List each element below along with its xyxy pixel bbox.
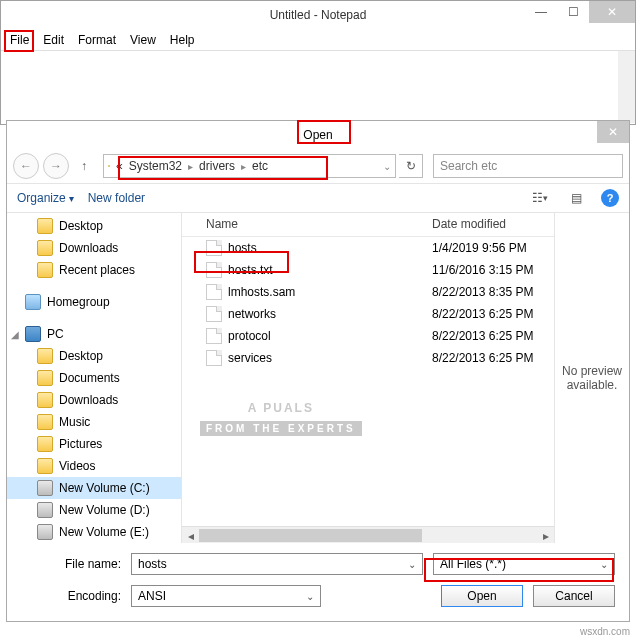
file-type-filter[interactable]: All Files (*.*) ⌄ (433, 553, 615, 575)
folder-icon (37, 370, 53, 386)
tree-label: New Volume (D:) (59, 503, 150, 517)
file-name: protocol (228, 329, 271, 343)
menu-edit[interactable]: Edit (36, 30, 71, 50)
file-icon (206, 240, 222, 256)
folder-icon (37, 262, 53, 278)
tree-label: Downloads (59, 393, 118, 407)
horizontal-scrollbar[interactable]: ◂ ▸ (182, 526, 554, 543)
folder-icon (37, 348, 53, 364)
tree-item-videos[interactable]: Videos (7, 455, 181, 477)
open-button[interactable]: Open (441, 585, 523, 607)
tree-label: Pictures (59, 437, 102, 451)
file-name: hosts (228, 241, 257, 255)
tree-item-downloads[interactable]: Downloads (7, 237, 181, 259)
organize-button[interactable]: Organize ▾ (17, 191, 74, 205)
forward-button[interactable]: → (43, 153, 69, 179)
chevron-down-icon[interactable]: ⌄ (306, 591, 314, 602)
col-name[interactable]: Name (182, 213, 422, 236)
file-name: services (228, 351, 272, 365)
tree-label: Desktop (59, 219, 103, 233)
file-date: 8/22/2013 6:25 PM (422, 307, 543, 321)
tree-item-desktop[interactable]: Desktop (7, 215, 181, 237)
tree-item-new-volume-c-[interactable]: New Volume (C:) (7, 477, 181, 499)
tree-item-music[interactable]: Music (7, 411, 181, 433)
file-name: hosts.txt (228, 263, 273, 277)
preview-pane: No preview available. (554, 213, 629, 543)
notepad-textarea[interactable] (1, 51, 635, 123)
scroll-left-icon[interactable]: ◂ (182, 527, 199, 544)
chevron-down-icon[interactable]: ⌄ (600, 559, 608, 570)
refresh-button[interactable]: ↻ (399, 154, 423, 178)
col-date[interactable]: Date modified (422, 213, 554, 236)
encoding-select[interactable]: ANSI ⌄ (131, 585, 321, 607)
chevron-down-icon[interactable]: ⌄ (408, 559, 416, 570)
tree-label: Homegroup (47, 295, 110, 309)
folder-icon (37, 218, 53, 234)
menu-file[interactable]: File (3, 30, 36, 50)
minimize-button[interactable]: — (525, 1, 557, 23)
nav-row: ← → ↑ « System32 ▸ drivers ▸ etc ⌄ ↻ Sea… (7, 149, 629, 183)
file-row-lmhosts-sam[interactable]: lmhosts.sam8/22/2013 8:35 PM (182, 281, 554, 303)
nav-tree[interactable]: DesktopDownloadsRecent placesHomegroup◢P… (7, 213, 182, 543)
file-rows: hosts1/4/2019 9:56 PMhosts.txt11/6/2016 … (182, 237, 554, 526)
encoding-value: ANSI (138, 589, 166, 603)
search-input[interactable]: Search etc (433, 154, 623, 178)
file-row-hosts[interactable]: hosts1/4/2019 9:56 PM (182, 237, 554, 259)
vertical-scrollbar[interactable] (618, 51, 635, 123)
up-button[interactable]: ↑ (73, 155, 95, 177)
preview-pane-button[interactable]: ▤ (565, 187, 587, 209)
tree-item-recent-places[interactable]: Recent places (7, 259, 181, 281)
file-row-protocol[interactable]: protocol8/22/2013 6:25 PM (182, 325, 554, 347)
tree-item-desktop[interactable]: Desktop (7, 345, 181, 367)
crumb-drivers[interactable]: drivers (199, 159, 235, 173)
close-button[interactable]: ✕ (589, 1, 635, 23)
chevron-right-icon: ▸ (188, 161, 193, 172)
file-name: lmhosts.sam (228, 285, 295, 299)
file-name-label: File name: (21, 557, 121, 571)
address-bar[interactable]: « System32 ▸ drivers ▸ etc ⌄ (103, 154, 396, 178)
menu-format[interactable]: Format (71, 30, 123, 50)
file-name-input[interactable]: hosts ⌄ (131, 553, 423, 575)
menu-view[interactable]: View (123, 30, 163, 50)
chevron-expand-icon[interactable]: ◢ (11, 329, 19, 340)
scroll-thumb[interactable] (199, 529, 422, 542)
tree-label: New Volume (E:) (59, 525, 149, 539)
tree-item-documents[interactable]: Documents (7, 367, 181, 389)
file-row-hosts-txt[interactable]: hosts.txt11/6/2016 3:15 PM (182, 259, 554, 281)
file-date: 1/4/2019 9:56 PM (422, 241, 537, 255)
tree-item-pictures[interactable]: Pictures (7, 433, 181, 455)
notepad-window: Untitled - Notepad — ☐ ✕ File Edit Forma… (0, 0, 636, 125)
file-date: 8/22/2013 6:25 PM (422, 329, 543, 343)
view-options-button[interactable]: ☷ ▾ (529, 187, 551, 209)
cancel-button[interactable]: Cancel (533, 585, 615, 607)
tree-item-homegroup[interactable]: Homegroup (7, 291, 181, 313)
crumb-system32[interactable]: System32 (129, 159, 182, 173)
help-button[interactable]: ? (601, 189, 619, 207)
file-row-services[interactable]: services8/22/2013 6:25 PM (182, 347, 554, 369)
tree-item-downloads[interactable]: Downloads (7, 389, 181, 411)
tree-item-new-volume-e-[interactable]: New Volume (E:) (7, 521, 181, 543)
file-date: 11/6/2016 3:15 PM (422, 263, 543, 277)
search-placeholder: Search etc (440, 159, 497, 173)
tree-item-pc[interactable]: ◢PC (7, 323, 181, 345)
file-date: 8/22/2013 6:25 PM (422, 351, 543, 365)
tree-label: Recent places (59, 263, 135, 277)
folder-icon (37, 392, 53, 408)
toolbar: Organize ▾ New folder ☷ ▾ ▤ ? (7, 183, 629, 213)
crumb-root[interactable]: « (116, 159, 123, 173)
chevron-down-icon[interactable]: ⌄ (383, 161, 391, 172)
menu-help[interactable]: Help (163, 30, 202, 50)
open-titlebar[interactable]: Open ✕ (7, 121, 629, 149)
tree-label: New Volume (C:) (59, 481, 150, 495)
crumb-etc[interactable]: etc (252, 159, 268, 173)
tree-item-new-volume-d-[interactable]: New Volume (D:) (7, 499, 181, 521)
back-button[interactable]: ← (13, 153, 39, 179)
dialog-close-button[interactable]: ✕ (597, 121, 629, 143)
maximize-button[interactable]: ☐ (557, 1, 589, 23)
encoding-label: Encoding: (21, 589, 121, 603)
new-folder-button[interactable]: New folder (88, 191, 145, 205)
notepad-titlebar[interactable]: Untitled - Notepad — ☐ ✕ (1, 1, 635, 29)
scroll-right-icon[interactable]: ▸ (537, 527, 554, 544)
file-row-networks[interactable]: networks8/22/2013 6:25 PM (182, 303, 554, 325)
open-title: Open (303, 128, 332, 142)
